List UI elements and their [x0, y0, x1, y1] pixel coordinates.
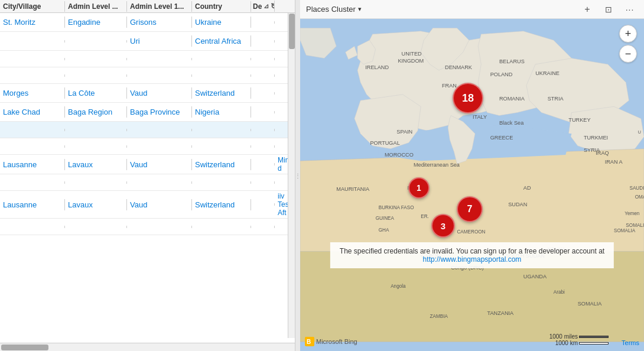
cluster-west-africa[interactable]: 1 — [408, 177, 430, 199]
admin2-link[interactable]: Vaud — [130, 89, 147, 98]
cluster-niger[interactable]: 7 — [457, 196, 483, 222]
scale-bar: 1000 miles 1000 km — [549, 333, 609, 346]
table-row[interactable]: Lausanne Lavaux Vaud Switzerland Ministè… — [0, 155, 295, 174]
svg-text:FRAN: FRAN — [442, 83, 457, 89]
country-link[interactable]: Nigeria — [195, 108, 219, 116]
svg-text:SOMALIA: SOMALIA — [626, 223, 644, 228]
table-row[interactable]: Lausanne Lavaux Vaud Switzerland iiv Tes… — [0, 191, 295, 219]
data-table-panel: City/Village Admin Level ... Admin Level… — [0, 0, 295, 351]
credential-message: The specified credentials are invalid. Y… — [330, 242, 614, 268]
admin2-link[interactable]: Grisons — [130, 18, 157, 27]
svg-text:CAMEROON: CAMEROON — [457, 229, 485, 235]
table-header: City/Village Admin Level ... Admin Level… — [0, 0, 295, 13]
chevron-down-icon[interactable]: ▾ — [358, 5, 362, 13]
table-row[interactable]: Morges La Côte Vaud Switzerland — [0, 84, 295, 103]
svg-text:GUINEA: GUINEA — [376, 216, 395, 221]
country-link[interactable]: Central Africa — [195, 37, 241, 46]
svg-text:MOROCCO: MOROCCO — [385, 152, 414, 158]
map-panel: Places Cluster ▾ + ⊡ ··· — [300, 0, 644, 351]
bing-portal-link[interactable]: http://www.bingmapsportal.com — [423, 255, 522, 264]
city-link[interactable]: St. Moritz — [3, 18, 35, 27]
scrollbar-thumb[interactable] — [1, 344, 48, 350]
city-link[interactable]: Morges — [3, 89, 28, 98]
admin1-link[interactable]: Engadine — [68, 18, 100, 27]
col-admin1-header[interactable]: Admin Level ... — [65, 1, 127, 12]
add-button[interactable]: + — [579, 1, 596, 18]
country-link[interactable]: Switzerland — [195, 89, 235, 98]
table-row — [0, 122, 295, 138]
svg-text:BELARUS: BELARUS — [499, 58, 525, 64]
table-row — [0, 67, 295, 84]
country-link[interactable]: Switzerland — [195, 160, 235, 169]
table-row[interactable]: Lake Chad Baga Region Baga Province Nige… — [0, 103, 295, 122]
svg-text:B: B — [307, 339, 311, 345]
map-toolbar: Places Cluster ▾ + ⊡ ··· — [300, 0, 644, 19]
svg-text:Arabi: Arabi — [554, 290, 565, 295]
admin1-link[interactable]: Baga Region — [68, 108, 112, 116]
country-link[interactable]: Ukraine — [195, 18, 222, 27]
admin1-link[interactable]: La Côte — [68, 89, 95, 98]
svg-text:SOMALIA: SOMALIA — [578, 301, 603, 307]
svg-text:POLAND: POLAND — [490, 72, 513, 77]
svg-text:Black Sea: Black Sea — [499, 120, 524, 126]
svg-text:STRIA: STRIA — [548, 96, 564, 102]
places-cluster-label: Places Cluster ▾ — [306, 5, 362, 14]
city-link[interactable]: Lausanne — [3, 200, 37, 209]
col-admin2-header[interactable]: Admin Level 1... — [127, 1, 192, 12]
admin2-link[interactable]: Vaud — [130, 200, 147, 209]
resize-button[interactable]: ⊡ — [600, 1, 617, 18]
zoom-out-button[interactable]: − — [619, 45, 637, 63]
table-row[interactable]: Uri Central Africa — [0, 32, 295, 51]
col-de-header[interactable]: De ⊿ ↻ — [251, 1, 275, 12]
table-row — [0, 138, 295, 155]
svg-text:OMA: OMA — [635, 194, 644, 200]
svg-text:DENMARK: DENMARK — [445, 64, 473, 70]
svg-text:IRAQ: IRAQ — [596, 150, 609, 156]
map-container[interactable]: UNITED KINGDOM IRELAND DENMARK BELARUS P… — [300, 19, 644, 351]
svg-text:Angola: Angola — [391, 284, 406, 289]
scale-miles: 1000 miles — [549, 333, 609, 340]
svg-text:PORTUGAL: PORTUGAL — [370, 140, 399, 146]
admin2-link[interactable]: Baga Province — [130, 108, 180, 116]
admin2-link[interactable]: Vaud — [130, 160, 147, 169]
svg-text:U: U — [638, 130, 641, 135]
svg-text:SAUDI ARABIA: SAUDI ARABIA — [629, 186, 644, 191]
svg-text:ITALY: ITALY — [473, 114, 487, 120]
city-link[interactable]: Lausanne — [3, 160, 37, 169]
col-city-header[interactable]: City/Village — [0, 1, 65, 12]
svg-text:IRAN A: IRAN A — [605, 159, 623, 165]
admin2-link[interactable]: Uri — [130, 37, 140, 46]
zoom-controls: + − — [619, 25, 637, 63]
svg-text:ZAMBIA: ZAMBIA — [430, 314, 448, 319]
terms-link[interactable]: Terms — [622, 339, 639, 346]
horizontal-scrollbar[interactable] — [0, 343, 295, 351]
cluster-europe[interactable]: 18 — [453, 83, 483, 113]
table-row — [0, 174, 295, 191]
table-row — [0, 51, 295, 67]
admin1-link[interactable]: Lavaux — [68, 200, 93, 209]
scale-km: 1000 km — [555, 340, 609, 346]
admin1-link[interactable]: Lavaux — [68, 160, 93, 169]
table-row — [0, 219, 295, 235]
resize-handle[interactable]: ⋮ — [295, 0, 300, 351]
svg-text:TURKMEI: TURKMEI — [584, 135, 608, 141]
more-options-button[interactable]: ··· — [622, 1, 638, 18]
table-row[interactable]: St. Moritz Engadine Grisons Ukraine — [0, 13, 295, 32]
col-country-header[interactable]: Country — [192, 1, 251, 12]
svg-text:TURKEY: TURKEY — [568, 117, 590, 123]
vertical-scrollbar[interactable] — [288, 13, 295, 338]
city-link[interactable]: Lake Chad — [3, 108, 40, 116]
zoom-in-button[interactable]: + — [619, 25, 637, 43]
scrollbar-thumb[interactable] — [289, 14, 295, 49]
refresh-icon[interactable]: ↻ — [271, 2, 275, 11]
svg-text:SUDAN: SUDAN — [508, 202, 527, 207]
table-body: St. Moritz Engadine Grisons Ukraine Uri … — [0, 13, 295, 343]
country-link[interactable]: Switzerland — [195, 200, 235, 209]
svg-text:TANZANIA: TANZANIA — [487, 310, 515, 316]
svg-text:AD: AD — [523, 185, 531, 191]
bing-logo: B Microsoft Bing — [305, 337, 357, 346]
cluster-cameroon[interactable]: 3 — [431, 214, 455, 238]
svg-text:UGANDA: UGANDA — [523, 274, 547, 280]
filter-icon[interactable]: ⊿ — [264, 2, 269, 10]
svg-text:UKRAINE: UKRAINE — [535, 70, 560, 76]
